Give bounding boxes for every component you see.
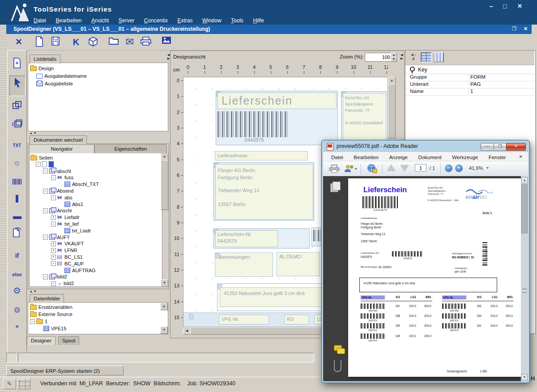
form-bemerkungen-object[interactable]: i Bemerkungen:: [215, 253, 273, 277]
menu-fenster[interactable]: Fenster: [489, 153, 506, 162]
close-icon[interactable]: ✕: [506, 143, 526, 151]
new-document-button[interactable]: [33, 36, 46, 48]
menu-ansicht[interactable]: Ansicht: [91, 17, 109, 24]
property-row[interactable]: Gruppe FORM: [405, 74, 534, 81]
new-page-tool[interactable]: [9, 58, 25, 71]
collapse-icon[interactable]: [43, 169, 48, 173]
tree-item[interactable]: [30, 161, 162, 168]
expand-icon[interactable]: [51, 215, 56, 220]
zoom-level-value[interactable]: 41,9%: [469, 165, 483, 171]
more-tools[interactable]: »: [9, 320, 25, 333]
splitter-collapse-icon[interactable]: ▲ ▼: [30, 290, 37, 293]
previous-page-icon[interactable]: [387, 164, 396, 171]
tab-eigenschaften[interactable]: Eigenschaften: [94, 144, 167, 153]
package-button[interactable]: [87, 36, 99, 48]
tree-item[interactable]: Abschl_TXT: [30, 181, 162, 188]
sort-button[interactable]: A↓Z: [409, 53, 418, 62]
scroll-up-icon[interactable]: ▲: [161, 153, 168, 160]
tree-item[interactable]: Anschr: [30, 207, 162, 214]
image-object-tool[interactable]: ☼: [9, 156, 25, 169]
copy-object-tool[interactable]: [9, 101, 25, 114]
pen-status-button[interactable]: ✎: [3, 379, 16, 389]
collaborate-button[interactable]: ▼: [344, 164, 357, 173]
k-tool-button[interactable]: K: [70, 36, 82, 48]
maximize-icon[interactable]: □: [503, 3, 507, 10]
tree-item[interactable]: 1: [30, 318, 168, 325]
zoom-input[interactable]: [365, 53, 392, 62]
tree-item[interactable]: Seiten: [30, 155, 162, 161]
scroll-up-icon[interactable]: ▲: [160, 303, 168, 310]
form-barcode-object[interactable]: [217, 111, 289, 137]
tree-item[interactable]: ⋈txt_lief: [30, 221, 162, 228]
tree-item[interactable]: ☼bild2: [30, 280, 162, 287]
restore-icon[interactable]: ❐: [512, 26, 516, 32]
erp-task-button[interactable]: SpoolDesigner ERP-System starten (2): [6, 366, 124, 375]
collapse-icon[interactable]: [30, 319, 35, 324]
menu-bearbeiten[interactable]: Bearbeiten: [354, 153, 379, 162]
minimize-icon[interactable]: –: [490, 3, 493, 10]
property-row[interactable]: Name 1: [405, 88, 534, 96]
document-titlebar[interactable]: SpoolDesigner (VS_LS___01 – VS_LS___01 –…: [6, 25, 532, 34]
pdf-page[interactable]: Lieferschein 0442879 EnAirTec AG Spezial…: [348, 178, 521, 377]
text-tool[interactable]: TXT: [9, 139, 25, 152]
collapse-icon[interactable]: [36, 162, 41, 167]
expand-icon[interactable]: [51, 255, 56, 260]
tab-datenfelder[interactable]: Datenfelder: [30, 294, 64, 303]
close-view-button[interactable]: ✕: [13, 36, 25, 48]
tree-item[interactable]: AUFT: [30, 234, 162, 241]
tree-item[interactable]: BC_AUF: [30, 261, 162, 267]
menu-datei[interactable]: Datei: [34, 17, 46, 24]
tree-item[interactable]: bild2: [30, 274, 162, 280]
form-object-group[interactable]: i Lieferschein 0442879: [216, 91, 338, 145]
tree-item[interactable]: ⋈fuss: [30, 174, 162, 181]
mail-button[interactable]: ✉: [124, 36, 136, 48]
else-tool[interactable]: else: [9, 268, 25, 281]
view-properties-button[interactable]: [421, 52, 431, 62]
zoom-out-button[interactable]: −: [445, 164, 452, 172]
collapse-icon[interactable]: [43, 274, 48, 279]
reader-titlebar[interactable]: preview55078.pdf - Adobe Reader — ❐ ✕: [323, 141, 527, 152]
bottom-field[interactable]: [18, 353, 314, 362]
form-lieferadresse-object[interactable]: Lieferadresse:: [215, 151, 308, 160]
collapse-icon[interactable]: [43, 189, 48, 194]
tree-item[interactable]: Ausgabeliste: [30, 80, 168, 88]
image-button[interactable]: [160, 36, 173, 48]
form-title-object[interactable]: Lieferschein: [217, 93, 337, 109]
settings-tool[interactable]: ⚙: [9, 284, 25, 297]
expand-icon[interactable]: [51, 248, 56, 253]
pages-tool[interactable]: [9, 228, 25, 241]
menu-werkzeuge[interactable]: Werkzeuge: [452, 153, 478, 162]
tree-item[interactable]: ⋈Liefadr: [30, 214, 162, 221]
tree-item[interactable]: txt_Liadr: [30, 228, 162, 234]
group-tool[interactable]: i: [9, 119, 25, 133]
menu-concentix[interactable]: Concentix: [144, 17, 168, 24]
folder-button[interactable]: [107, 36, 120, 48]
form-item-group[interactable]: i 41250 Naturstein Jura gelb 3 cm dick: [217, 283, 336, 311]
scroll-up-icon[interactable]: ▲: [388, 77, 396, 84]
next-page-icon[interactable]: [400, 165, 409, 172]
form-nr-group[interactable]: i Lieferschein-Nr. 0442879: [213, 228, 310, 249]
collapse-icon[interactable]: [51, 195, 56, 200]
scroll-down-icon[interactable]: ▼: [160, 326, 168, 334]
collapse-icon[interactable]: [43, 235, 48, 240]
collapse-icon[interactable]: [51, 281, 56, 286]
bottom-small-box[interactable]: [6, 353, 17, 362]
settings2-tool[interactable]: ⚙: [9, 303, 25, 317]
scrollbar-thumb[interactable]: [388, 84, 396, 139]
tab-dokumenten-wechsel[interactable]: Dokumenten wechsel: [30, 135, 87, 144]
tab-designer[interactable]: Designer: [27, 336, 55, 345]
tree-item[interactable]: AUFTRAG: [30, 267, 162, 274]
tree-item[interactable]: Externe Source: [30, 311, 168, 318]
close-icon[interactable]: ✕: [524, 26, 528, 32]
scrollbar-thumb[interactable]: [521, 184, 528, 233]
minimize-icon[interactable]: —: [481, 143, 494, 151]
menu-tools[interactable]: Tools: [231, 17, 243, 24]
adobe-reader-window[interactable]: preview55078.pdf - Adobe Reader — ❐ ✕ Da…: [321, 140, 530, 383]
menu-bearbeiten[interactable]: Bearbeiten: [55, 17, 81, 24]
form-address-group[interactable]: i Flieger AG Berlin Fertigung Berlin Tie…: [213, 162, 314, 221]
tree-item[interactable]: BC_LS1: [30, 254, 162, 261]
if-tool[interactable]: if: [9, 249, 25, 262]
tab-spool[interactable]: Spool: [58, 336, 79, 345]
scroll-up-icon[interactable]: ▲: [521, 177, 528, 183]
menu-server[interactable]: Server: [119, 17, 134, 24]
